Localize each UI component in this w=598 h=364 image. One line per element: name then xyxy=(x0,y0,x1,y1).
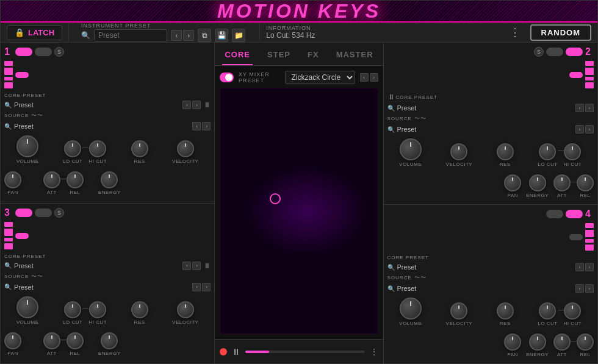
ch1-pan-knob[interactable] xyxy=(4,171,21,188)
latch-button[interactable]: 🔒 LATCH xyxy=(7,25,62,40)
ch3-src-prev[interactable]: ‹ xyxy=(192,283,201,291)
ch4-core-prev[interactable]: ‹ xyxy=(575,263,584,271)
xy-toggle[interactable] xyxy=(220,73,233,82)
ch4-locut-knob[interactable] xyxy=(539,302,556,319)
ch3-core-preset-input[interactable]: Preset xyxy=(14,262,63,269)
channel-4-toggle2[interactable] xyxy=(546,210,563,218)
ch3-volume-knob[interactable] xyxy=(16,296,38,318)
ch1-core-next[interactable]: › xyxy=(192,101,201,109)
ch2-core-prev[interactable]: ‹ xyxy=(575,104,584,112)
channel-1-toggle3[interactable] xyxy=(15,72,29,78)
more-options-button[interactable]: ⋮ xyxy=(370,347,378,357)
ch1-res-knob[interactable] xyxy=(131,140,148,157)
ch1-rel-knob[interactable] xyxy=(67,171,84,188)
ch4-att-knob[interactable] xyxy=(553,334,571,351)
ch4-core-next[interactable]: › xyxy=(585,263,594,271)
ch1-locut-knob[interactable] xyxy=(64,140,81,157)
channel-4-bars-icon[interactable] xyxy=(585,223,594,251)
ch2-res-knob[interactable] xyxy=(497,143,514,160)
ch2-att-knob[interactable] xyxy=(553,174,571,191)
ch4-source-input[interactable]: Preset xyxy=(397,285,446,292)
xy-prev-arrow[interactable]: ‹ xyxy=(360,73,369,82)
channel-1-bars-icon[interactable] xyxy=(4,61,13,89)
tab-step[interactable]: STEP xyxy=(265,48,293,65)
progress-bar[interactable] xyxy=(245,351,364,353)
ch4-rel-knob[interactable] xyxy=(577,334,594,351)
channel-3-bars-icon[interactable] xyxy=(4,222,13,250)
random-button[interactable]: RANDOM xyxy=(530,24,592,41)
ch4-core-preset-input[interactable]: Preset xyxy=(397,263,446,271)
ch2-energy-knob[interactable] xyxy=(529,174,546,191)
ch4-res-knob[interactable] xyxy=(497,302,514,319)
ch4-pan-knob[interactable] xyxy=(504,334,521,351)
ch2-core-preset-input[interactable]: Preset xyxy=(397,104,446,112)
channel-3-s-badge[interactable]: S xyxy=(54,208,64,218)
play-pause-button[interactable]: ⏸ xyxy=(232,347,240,357)
channel-2-s-badge[interactable]: S xyxy=(534,47,544,57)
ch3-pause-icon[interactable]: ⏸ xyxy=(203,262,211,270)
ch3-energy-knob[interactable] xyxy=(101,332,118,349)
ch1-source-input[interactable]: Preset xyxy=(14,123,63,130)
ch2-src-next[interactable]: › xyxy=(585,125,594,134)
channel-3-toggle3[interactable] xyxy=(15,233,29,239)
preset-next-arrow[interactable]: › xyxy=(183,30,194,41)
ch4-energy-knob[interactable] xyxy=(529,334,546,351)
ch2-core-next[interactable]: › xyxy=(585,104,594,112)
ch3-velocity-knob[interactable] xyxy=(177,301,194,318)
ch2-hicut-knob[interactable] xyxy=(564,143,581,160)
ch2-rel-knob[interactable] xyxy=(577,174,594,191)
channel-2-toggle3[interactable] xyxy=(569,72,583,78)
ch3-rel-knob[interactable] xyxy=(67,332,84,349)
xy-next-arrow[interactable]: › xyxy=(370,73,378,82)
ch2-source-input[interactable]: Preset xyxy=(397,126,446,133)
options-dots-button[interactable]: ⋮ xyxy=(506,26,524,39)
ch3-att-knob[interactable] xyxy=(43,332,60,349)
ch1-core-prev[interactable]: ‹ xyxy=(182,101,191,109)
folder-icon-button[interactable]: 📁 xyxy=(232,29,245,42)
xy-cursor[interactable] xyxy=(270,193,281,204)
ch2-velocity-knob[interactable] xyxy=(450,143,467,160)
channel-1-s-badge[interactable]: S xyxy=(54,47,64,57)
ch2-volume-knob[interactable] xyxy=(400,138,422,160)
channel-4-toggle[interactable] xyxy=(566,210,583,218)
ch2-pause-icon[interactable]: ⏸ xyxy=(387,93,395,101)
channel-2-toggle[interactable] xyxy=(566,48,583,56)
ch3-source-input[interactable]: Preset xyxy=(14,284,63,291)
ch3-locut-knob[interactable] xyxy=(64,301,81,318)
channel-3-toggle2[interactable] xyxy=(35,209,52,217)
ch1-hicut-knob[interactable] xyxy=(89,140,106,157)
ch2-locut-knob[interactable] xyxy=(539,143,556,160)
ch3-res-knob[interactable] xyxy=(131,301,148,318)
channel-1-toggle[interactable] xyxy=(15,48,32,56)
ch1-velocity-knob[interactable] xyxy=(177,140,194,157)
ch1-volume-knob[interactable] xyxy=(16,135,38,157)
tab-core[interactable]: CORE xyxy=(222,48,253,65)
channel-1-toggle2[interactable] xyxy=(35,48,52,56)
preset-prev-arrow[interactable]: ‹ xyxy=(171,30,182,41)
ch2-src-prev[interactable]: ‹ xyxy=(575,125,584,134)
channel-4-toggle3[interactable] xyxy=(569,234,583,240)
channel-2-toggle2[interactable] xyxy=(546,48,563,56)
channel-2-bars-icon[interactable] xyxy=(585,61,594,89)
ch3-core-next[interactable]: › xyxy=(192,262,201,270)
record-button[interactable] xyxy=(220,348,227,355)
instrument-preset-input[interactable] xyxy=(94,29,167,41)
tab-master[interactable]: MASTER xyxy=(334,48,376,65)
ch2-pan-knob[interactable] xyxy=(504,174,521,191)
ch1-att-knob[interactable] xyxy=(43,171,60,188)
copy-icon-button[interactable]: ⧉ xyxy=(198,29,211,42)
ch4-hicut-knob[interactable] xyxy=(564,302,581,319)
xy-preset-select[interactable]: Zickzack Circle xyxy=(285,71,355,84)
ch1-pause-icon[interactable]: ⏸ xyxy=(203,101,211,109)
tab-fx[interactable]: FX xyxy=(305,48,322,65)
ch3-core-prev[interactable]: ‹ xyxy=(182,262,191,270)
save-icon-button[interactable]: 💾 xyxy=(215,29,228,42)
ch1-energy-knob[interactable] xyxy=(101,171,118,188)
ch4-volume-knob[interactable] xyxy=(400,298,422,319)
ch4-src-next[interactable]: › xyxy=(585,284,594,293)
ch4-velocity-knob[interactable] xyxy=(450,302,467,319)
ch3-hicut-knob[interactable] xyxy=(89,301,106,318)
ch4-src-prev[interactable]: ‹ xyxy=(575,284,584,293)
ch1-src-next[interactable]: › xyxy=(202,122,211,130)
ch3-src-next[interactable]: › xyxy=(202,283,211,291)
